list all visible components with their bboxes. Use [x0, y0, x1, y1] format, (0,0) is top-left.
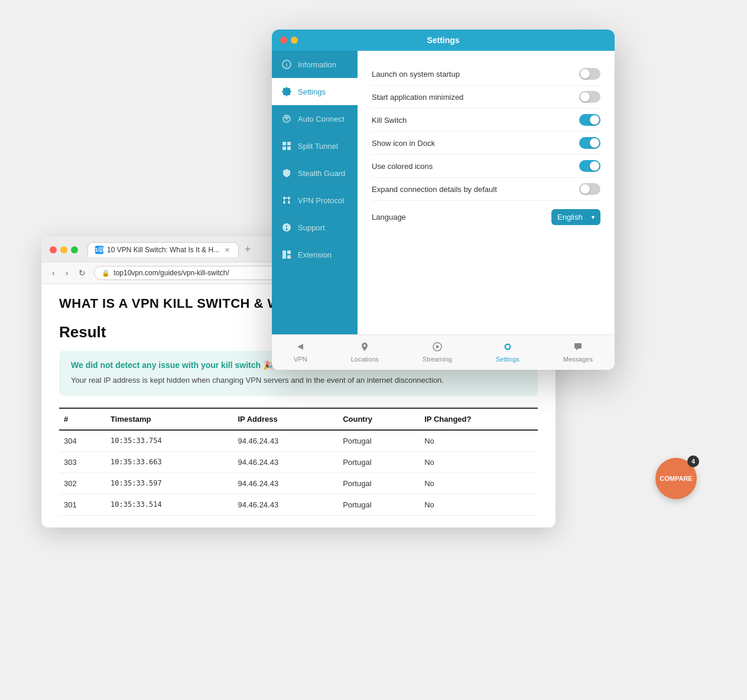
cell-num: 304: [59, 430, 106, 452]
toggle-expand-details[interactable]: [579, 183, 600, 195]
col-changed: IP Changed?: [420, 408, 538, 430]
col-num: #: [59, 408, 106, 430]
browser-close-btn[interactable]: [50, 246, 57, 253]
vpn-nav-icon: [295, 342, 305, 354]
browser-traffic-lights: [50, 246, 78, 253]
vpn-settings-panel: Launch on system startup Start applicati…: [358, 51, 615, 334]
settings-label: Show icon in Dock: [372, 139, 435, 148]
svg-rect-16: [287, 255, 291, 259]
bottom-nav-settings-nav[interactable]: Settings: [490, 340, 525, 365]
bottom-nav-vpn[interactable]: VPN: [288, 340, 313, 365]
cell-time: 10:35:33.514: [106, 494, 233, 515]
cell-num: 302: [59, 473, 106, 494]
vpn-close-btn[interactable]: [280, 37, 287, 44]
sidebar-item-label: Auto Connect: [298, 115, 345, 123]
toggle-launch-startup[interactable]: [579, 68, 600, 80]
svg-rect-6: [287, 146, 291, 150]
messages-nav-icon: [573, 342, 583, 354]
settings-nav-nav-icon: [503, 342, 512, 354]
settings-label: Use colored icons: [372, 162, 433, 171]
cell-ip: 94.46.24.43: [233, 430, 339, 452]
support-icon: [281, 222, 292, 233]
bottom-nav-messages[interactable]: Messages: [557, 340, 599, 365]
bottom-nav-locations[interactable]: Locations: [345, 340, 385, 365]
nav-refresh-button[interactable]: ↻: [76, 267, 88, 279]
sidebar-item-label: Split Tunnel: [298, 142, 338, 151]
success-desc: Your real IP address is kept hidden when…: [71, 375, 526, 386]
vpn-titlebar: Settings: [272, 30, 615, 51]
cell-time: 10:35:33.754: [106, 430, 233, 452]
vpn-sidebar: i Information Settings Auto Connect Spli…: [272, 51, 358, 334]
split-tunnel-icon: [281, 141, 292, 151]
toggle-kill-switch[interactable]: [579, 114, 600, 126]
svg-rect-5: [282, 146, 286, 150]
svg-rect-15: [287, 250, 291, 254]
vpn-window-title: Settings: [427, 35, 459, 45]
table-row: 304 10:35:33.754 94.46.24.43 Portugal No: [59, 430, 538, 452]
settings-row-launch-startup: Launch on system startup: [372, 63, 600, 86]
cell-num: 303: [59, 451, 106, 473]
cell-time: 10:35:33.597: [106, 473, 233, 494]
settings-row-colored-icons: Use colored icons: [372, 155, 600, 178]
browser-maximize-btn[interactable]: [71, 246, 78, 253]
cell-ip: 94.46.24.43: [233, 451, 339, 473]
extension-icon: [281, 249, 292, 260]
sidebar-item-label: Information: [298, 60, 336, 69]
settings-label: Start application minimized: [372, 93, 463, 102]
toggle-show-dock[interactable]: [579, 137, 600, 149]
table-row: 302 10:35:33.597 94.46.24.43 Portugal No: [59, 473, 538, 494]
cell-country: Portugal: [338, 430, 420, 452]
compare-button[interactable]: 4 COMPARE: [655, 458, 697, 499]
language-row: Language English: [372, 201, 600, 227]
bottom-nav-streaming[interactable]: Streaming: [417, 340, 458, 365]
vpn-protocol-icon: [281, 195, 292, 206]
sidebar-item-label: Support: [298, 223, 325, 232]
sidebar-item-label: Settings: [298, 87, 326, 96]
sidebar-item-label: Extension: [298, 250, 332, 259]
address-text: top10vpn.com/guides/vpn-kill-switch/: [113, 269, 229, 277]
stealth-guard-icon: [281, 168, 292, 178]
settings-row-kill-switch: Kill Switch: [372, 109, 600, 132]
language-label: Language: [372, 213, 406, 222]
toggle-colored-icons[interactable]: [579, 160, 600, 172]
sidebar-item-support[interactable]: Support: [272, 214, 358, 241]
tab-close-btn[interactable]: ✕: [223, 246, 231, 254]
language-select[interactable]: English: [551, 209, 600, 225]
nav-forward-button[interactable]: ›: [63, 267, 71, 279]
cell-time: 10:35:33.663: [106, 451, 233, 473]
col-ip: IP Address: [233, 408, 339, 430]
browser-minimize-btn[interactable]: [60, 246, 67, 253]
compare-label: COMPARE: [660, 475, 692, 482]
language-select-wrapper[interactable]: English: [551, 209, 600, 225]
cell-country: Portugal: [338, 494, 420, 515]
vpn-traffic-lights: [280, 37, 298, 44]
auto-connect-icon: [281, 113, 292, 124]
nav-back-button[interactable]: ‹: [50, 267, 57, 279]
browser-tab[interactable]: 1⓪ 10 VPN Kill Switch: What Is It & H...…: [87, 242, 239, 257]
table-row: 303 10:35:33.663 94.46.24.43 Portugal No: [59, 451, 538, 473]
sidebar-item-information[interactable]: i Information: [272, 51, 358, 78]
cell-changed: No: [420, 430, 538, 452]
information-icon: i: [281, 59, 292, 70]
vpn-body: i Information Settings Auto Connect Spli…: [272, 51, 615, 334]
sidebar-item-extension[interactable]: Extension: [272, 241, 358, 268]
settings-row-start-minimized: Start application minimized: [372, 86, 600, 109]
cell-country: Portugal: [338, 473, 420, 494]
col-country: Country: [338, 408, 420, 430]
bottom-nav-label: Settings: [496, 356, 519, 363]
sidebar-item-vpn-protocol[interactable]: VPN Protocol: [272, 187, 358, 214]
sidebar-item-split-tunnel[interactable]: Split Tunnel: [272, 132, 358, 159]
sidebar-item-settings[interactable]: Settings: [272, 78, 358, 105]
vpn-minimize-btn[interactable]: [291, 37, 298, 44]
toggle-start-minimized[interactable]: [579, 91, 600, 103]
settings-label: Launch on system startup: [372, 70, 460, 79]
cell-changed: No: [420, 473, 538, 494]
sidebar-item-stealth-guard[interactable]: Stealth Guard: [272, 159, 358, 187]
new-tab-button[interactable]: +: [241, 242, 255, 257]
sidebar-item-auto-connect[interactable]: Auto Connect: [272, 105, 358, 132]
cell-changed: No: [420, 451, 538, 473]
settings-icon: [281, 86, 292, 97]
tab-label: 10 VPN Kill Switch: What Is It & H...: [107, 246, 219, 254]
bottom-nav-label: Locations: [351, 356, 379, 363]
vpn-window: Settings i Information Settings Auto Con…: [272, 30, 615, 370]
